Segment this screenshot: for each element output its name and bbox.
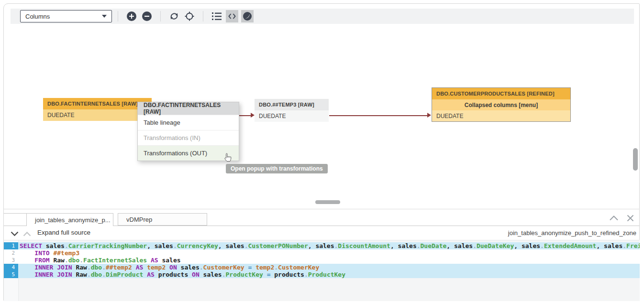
columns-dropdown[interactable]: Columns bbox=[20, 10, 112, 22]
node-factinternetsales[interactable]: DBO.FACTINTERNETSALES [RAW] DUEDATE bbox=[43, 98, 152, 121]
sql-token: Raw bbox=[76, 271, 87, 278]
sql-token: . bbox=[87, 271, 91, 278]
sql-token bbox=[166, 264, 169, 271]
sql-token: . bbox=[540, 242, 544, 249]
horizontal-scrollbar-thumb[interactable] bbox=[315, 200, 340, 204]
sql-token: sales bbox=[454, 242, 473, 249]
sql-token: ON bbox=[169, 264, 180, 271]
collapsed-columns-menu[interactable]: Collapsed columns [menu] bbox=[432, 99, 570, 110]
sql-token: SELECT bbox=[20, 242, 46, 249]
sql-token bbox=[263, 271, 267, 278]
refresh-button[interactable] bbox=[168, 10, 180, 22]
scroll-down-source-button[interactable] bbox=[11, 230, 19, 238]
code-line[interactable]: 2 INTO ##temp3 bbox=[4, 249, 640, 257]
sql-token: products bbox=[274, 271, 304, 278]
menu-item-table-lineage[interactable]: Table lineage bbox=[138, 115, 239, 130]
sql-token: ##temp3 bbox=[53, 249, 79, 257]
sql-token: . bbox=[87, 264, 91, 271]
sql-token: FROM bbox=[34, 257, 53, 264]
sql-text: SELECT sales.CarrierTrackingNumber, sale… bbox=[18, 242, 640, 249]
expand-full-source-button[interactable]: Expand full source bbox=[37, 229, 90, 236]
sql-token: CustomerKey bbox=[203, 264, 244, 271]
sql-token bbox=[147, 257, 151, 264]
node-temp3[interactable]: DBO.##TEMP3 [RAW] DUEDATE bbox=[255, 99, 329, 122]
code-line[interactable]: 3 FROM Raw.dbo.FactInternetSales AS sale… bbox=[4, 257, 640, 264]
sql-token: Raw bbox=[53, 257, 64, 264]
sql-token: dbo bbox=[91, 264, 102, 271]
zoom-in-button[interactable] bbox=[125, 10, 138, 22]
scroll-up-source-button[interactable] bbox=[23, 230, 31, 238]
vertical-scrollbar-thumb[interactable] bbox=[633, 148, 638, 171]
code-line[interactable]: 4 INNER JOIN Raw.dbo.##temp2 AS temp2 ON… bbox=[4, 264, 640, 271]
node-column-duedate[interactable]: DUEDATE bbox=[43, 109, 152, 121]
node-column-duedate[interactable]: DUEDATE bbox=[255, 110, 329, 122]
zoom-out-icon bbox=[142, 11, 152, 22]
close-panel-button[interactable] bbox=[625, 214, 635, 222]
sql-token: ##temp2 bbox=[106, 264, 132, 271]
sql-token: . bbox=[65, 242, 68, 249]
sql-token: sales bbox=[604, 242, 622, 249]
node-title[interactable]: DBO.##TEMP3 [RAW] bbox=[255, 99, 329, 110]
sql-token bbox=[143, 271, 147, 278]
toolbar-separator bbox=[118, 11, 118, 22]
sql-token: , bbox=[308, 242, 316, 249]
collapse-panel-button[interactable] bbox=[609, 214, 619, 222]
sql-token: , bbox=[390, 242, 398, 249]
code-view-button[interactable] bbox=[226, 10, 238, 22]
list-view-icon bbox=[211, 11, 222, 21]
code-lines: 1SELECT sales.CarrierTrackingNumber, sal… bbox=[4, 240, 640, 278]
node-column-duedate[interactable]: DUEDATE bbox=[432, 110, 570, 121]
line-number: 4 bbox=[4, 264, 18, 271]
sql-token: products bbox=[158, 271, 189, 278]
sql-text: INNER JOIN Raw.dbo.DimProduct AS product… bbox=[18, 271, 345, 278]
sql-token: DiscountAmount bbox=[338, 242, 390, 249]
sql-text: INNER JOIN Raw.dbo.##temp2 AS temp2 ON s… bbox=[18, 264, 319, 271]
sql-token: sales bbox=[315, 242, 334, 249]
sql-token: Raw bbox=[76, 264, 87, 271]
sql-token: INNER JOIN bbox=[34, 264, 76, 271]
toolbar: Columns bbox=[11, 9, 634, 24]
sql-token: FactInternetSales bbox=[83, 257, 147, 264]
sql-token: . bbox=[274, 264, 278, 271]
fit-to-screen-icon bbox=[184, 11, 195, 22]
sql-token: . bbox=[173, 242, 177, 249]
chevron-up-icon bbox=[23, 231, 31, 237]
sql-token bbox=[20, 264, 34, 271]
sql-token: , bbox=[514, 242, 522, 249]
sql-token: . bbox=[417, 242, 421, 249]
node-title[interactable]: DBO.CUSTOMERPRODUCTSALES [REFINED] bbox=[432, 88, 570, 99]
node-title[interactable]: DBO.FACTINTERNETSALES [RAW] bbox=[43, 98, 152, 109]
columns-dropdown-value: Columns bbox=[25, 13, 50, 20]
chevron-down-icon bbox=[11, 231, 19, 237]
code-line[interactable]: 5 INNER JOIN Raw.dbo.DimProduct AS produ… bbox=[4, 271, 640, 278]
context-menu-title: DBO.FACTINTERNETSALES [RAW] bbox=[138, 102, 239, 115]
sql-token: temp2 bbox=[255, 264, 274, 271]
sql-token: DueDate bbox=[421, 242, 447, 249]
zoom-out-button[interactable] bbox=[141, 10, 153, 22]
tab-join-tables-anonymize[interactable]: join_tables_anonymize_p... bbox=[26, 213, 113, 226]
code-line[interactable]: 1SELECT sales.CarrierTrackingNumber, sal… bbox=[4, 242, 640, 249]
fit-to-screen-button[interactable] bbox=[183, 10, 196, 22]
list-view-button[interactable] bbox=[211, 10, 223, 22]
panel-divider bbox=[4, 209, 640, 209]
sql-token: , bbox=[596, 242, 604, 249]
sql-token: temp2 bbox=[147, 264, 166, 271]
sql-token: CarrierTrackingNumber bbox=[68, 242, 147, 249]
sql-token: ProductKey bbox=[226, 271, 263, 278]
sql-token: sales bbox=[203, 271, 222, 278]
sql-token: sales bbox=[46, 242, 65, 249]
tab-vdmprep[interactable]: vDMPrep bbox=[118, 213, 207, 226]
node-customerproductsales[interactable]: DBO.CUSTOMERPRODUCTSALES [REFINED] Colla… bbox=[432, 87, 571, 122]
sql-token: . bbox=[622, 242, 626, 249]
sql-source-viewer[interactable]: 1SELECT sales.CarrierTrackingNumber, sal… bbox=[4, 240, 640, 301]
sql-token: . bbox=[102, 271, 106, 278]
sql-token: dbo bbox=[68, 257, 79, 264]
contrast-button[interactable] bbox=[241, 10, 254, 22]
sql-token: . bbox=[222, 271, 226, 278]
sql-token: , bbox=[446, 242, 454, 249]
tab-strip-line bbox=[4, 213, 26, 214]
code-icon bbox=[228, 12, 236, 20]
sql-token: . bbox=[79, 257, 83, 264]
sql-token: DueDateKey bbox=[477, 242, 514, 249]
sql-token bbox=[188, 271, 192, 278]
